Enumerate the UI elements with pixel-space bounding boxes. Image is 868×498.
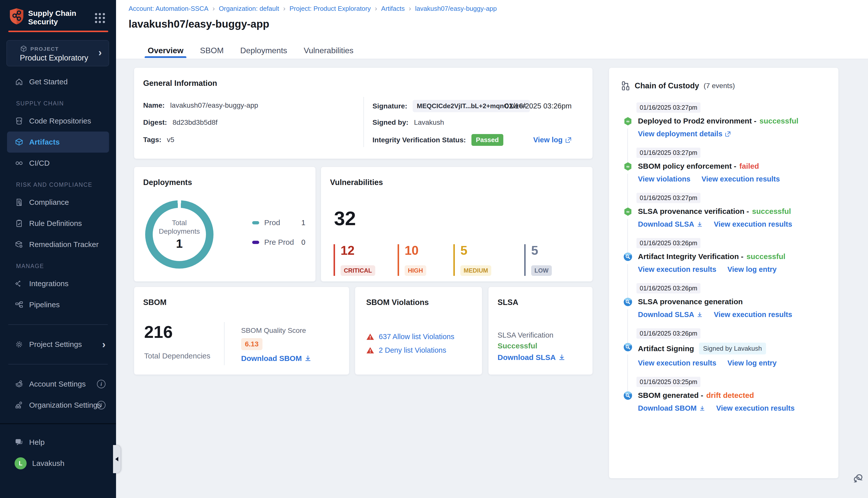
view-execution-results-link[interactable]: View execution results xyxy=(716,404,795,412)
artifact-name-value: lavakush07/easy-buggy-app xyxy=(170,101,258,109)
tab-deployments[interactable]: Deployments xyxy=(239,42,289,59)
sidebar-item-label: Help xyxy=(29,438,45,447)
download-slsa-wrap: Download SLSA xyxy=(497,353,565,362)
severity-critical: 12 CRITICAL xyxy=(334,244,375,276)
breadcrumb-account[interactable]: Account: Automation-SSCA xyxy=(129,5,208,13)
view-deployment-details-link[interactable]: View deployment details xyxy=(638,130,731,138)
sidebar-item-help[interactable]: ? Help xyxy=(0,432,116,453)
event-links: Download SLSA View execution results xyxy=(638,311,838,319)
svg-text:∞: ∞ xyxy=(626,119,630,124)
event-title: SBOM generated - drift detected xyxy=(638,391,838,399)
remediation-box-icon xyxy=(15,240,24,249)
sidebar-item-integrations[interactable]: Integrations xyxy=(0,273,116,294)
view-log-entry-link[interactable]: View log entry xyxy=(727,359,777,367)
hierarchy-icon xyxy=(621,81,630,91)
view-violations-link[interactable]: View violations xyxy=(638,175,690,183)
sidebar-item-label: Account Settings xyxy=(29,380,86,388)
event-timestamp: 01/16/2025 03:27pm xyxy=(636,193,700,203)
breadcrumb-artifacts[interactable]: Artifacts xyxy=(381,5,405,13)
event-timestamp: 01/16/2025 03:25pm xyxy=(636,377,700,387)
legend-item-prod: Prod 1 xyxy=(252,218,306,227)
sidebar-item-compliance[interactable]: Compliance xyxy=(0,192,116,213)
view-execution-results-link[interactable]: View execution results xyxy=(638,265,716,274)
tab-overview[interactable]: Overview xyxy=(146,42,185,59)
svg-text:∞: ∞ xyxy=(626,164,630,169)
event-links: View execution results View log entry xyxy=(638,359,838,367)
view-log-entry-link[interactable]: View log entry xyxy=(727,265,777,274)
event-title: Deployed to Prod2 environment - successf… xyxy=(638,117,838,125)
sidebar-item-pipelines[interactable]: Pipelines xyxy=(0,294,116,315)
download-slsa-link[interactable]: Download SLSA xyxy=(638,311,703,319)
app-grid-icon[interactable] xyxy=(95,13,105,23)
sidebar-item-project-settings[interactable]: Project Settings › xyxy=(0,334,116,355)
user-name: Lavakush xyxy=(32,459,64,468)
download-icon xyxy=(699,405,705,411)
breadcrumb-organization[interactable]: Organization: default xyxy=(219,5,279,13)
section-label-supply-chain: SUPPLY CHAIN xyxy=(0,92,116,110)
view-execution-results-link[interactable]: View execution results xyxy=(714,220,792,228)
project-selector[interactable]: PROJECT Product Exploratory › xyxy=(7,40,109,66)
total-dependencies-value: 216 xyxy=(144,322,172,342)
tab-sbom[interactable]: SBOM xyxy=(198,42,225,59)
sidebar-item-code-repositories[interactable]: Code Repositories xyxy=(0,110,116,132)
sidebar-item-organization-settings[interactable]: Organization Settings i xyxy=(0,395,116,416)
sidebar-item-account-settings[interactable]: Account Settings i xyxy=(0,374,116,395)
vulnerabilities-total: 32 xyxy=(334,207,356,230)
tab-vulnerabilities[interactable]: Vulnerabilities xyxy=(302,42,355,59)
sidebar-item-cicd[interactable]: CI/CD xyxy=(0,153,116,174)
view-execution-results-link[interactable]: View execution results xyxy=(701,175,780,183)
download-sbom-link[interactable]: Download SBOM xyxy=(241,354,311,363)
event-title: SLSA provenance verification - successfu… xyxy=(638,207,838,215)
page-title: lavakush07/easy-buggy-app xyxy=(129,18,269,30)
sidebar-item-artifacts[interactable]: Artifacts xyxy=(7,132,109,153)
feedback-chat-icon[interactable] xyxy=(851,472,865,485)
sidebar-collapse-handle[interactable] xyxy=(113,445,120,473)
divider xyxy=(0,423,116,424)
view-execution-results-link[interactable]: View execution results xyxy=(638,359,716,367)
sidebar-item-user[interactable]: L Lavakush xyxy=(0,453,116,474)
breadcrumb-artifact-name[interactable]: lavakush07/easy-buggy-app xyxy=(415,5,497,13)
signature-timestamp: 01/16/2025 03:26pm xyxy=(505,102,572,110)
view-execution-results-link[interactable]: View execution results xyxy=(714,311,792,319)
integrity-row: Integrity Verification Status: Passed Vi… xyxy=(373,134,582,146)
tags-value: v5 xyxy=(167,136,174,144)
event-links: View deployment details xyxy=(638,130,838,138)
download-icon xyxy=(697,221,703,227)
timeline-event: 01/16/2025 03:26pm SLSA provenance gener… xyxy=(609,283,838,319)
sidebar-item-remediation-tracker[interactable]: Remediation Tracker xyxy=(0,234,116,255)
infinity-icon xyxy=(15,159,24,168)
sidebar-item-label: Remediation Tracker xyxy=(29,240,99,249)
view-log-link[interactable]: View log xyxy=(533,136,572,144)
breadcrumb-project[interactable]: Project: Product Exploratory xyxy=(289,5,371,13)
info-icon[interactable]: i xyxy=(97,401,105,409)
view-log-link-wrap: View log xyxy=(533,136,572,144)
allow-list-violations-row: 637 Allow list Violations xyxy=(366,332,454,341)
allow-list-violations-link[interactable]: 637 Allow list Violations xyxy=(379,332,454,341)
card-title: Vulnerabilities xyxy=(330,178,383,187)
event-timestamp: 01/16/2025 03:27pm xyxy=(636,148,700,158)
event-status: drift detected xyxy=(706,391,754,399)
digest-value: 8d23bd3b5d8f xyxy=(172,118,218,127)
general-information-card: General Information Name: lavakush07/eas… xyxy=(134,67,593,159)
download-slsa-link[interactable]: Download SLSA xyxy=(638,220,703,228)
svg-text:∞: ∞ xyxy=(626,209,630,214)
deny-list-violations-link[interactable]: 2 Deny list Violations xyxy=(379,346,446,354)
brand-title: Supply Chain Security xyxy=(28,9,76,26)
integrity-status-badge: Passed xyxy=(471,134,503,146)
sidebar-item-rule-definitions[interactable]: Rule Definitions xyxy=(0,213,116,234)
severity-badge: LOW xyxy=(531,265,552,276)
vulnerabilities-card: Vulnerabilities 32 12 CRITICAL 10 HIGH 5… xyxy=(321,167,593,281)
scan-step-icon xyxy=(623,252,633,262)
sidebar-item-label: Artifacts xyxy=(29,138,60,146)
sidebar-item-get-started[interactable]: Get Started xyxy=(0,71,116,92)
signed-by-badge: Signed by Lavakush xyxy=(699,343,766,354)
download-sbom-link[interactable]: Download SBOM xyxy=(638,404,705,412)
signed-by-value: Lavakush xyxy=(414,118,444,127)
download-slsa-link[interactable]: Download SLSA xyxy=(497,353,565,362)
integrations-icon xyxy=(15,279,24,288)
pipeline-step-icon: ∞ xyxy=(623,117,633,126)
brand: Supply Chain Security xyxy=(0,0,116,32)
warning-icon xyxy=(366,333,374,341)
info-icon[interactable]: i xyxy=(97,380,105,388)
sidebar-item-label: Get Started xyxy=(29,78,67,86)
